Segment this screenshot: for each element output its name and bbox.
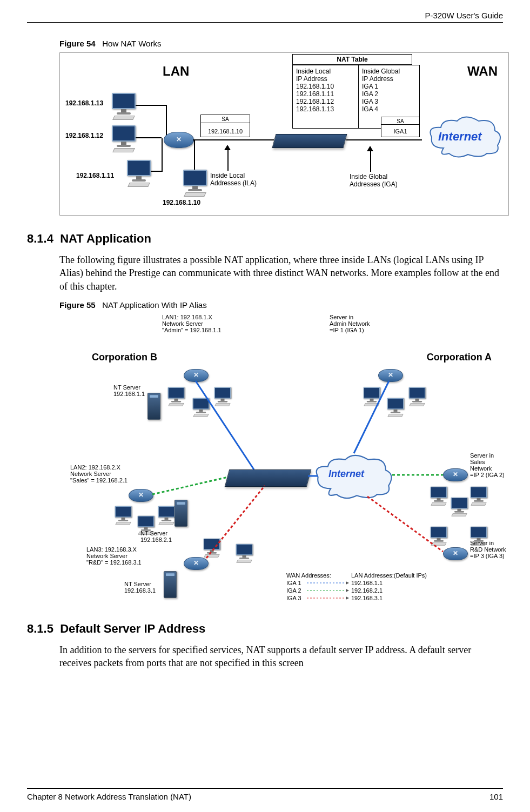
nat-global-ip-0: IGA 1 <box>362 83 416 90</box>
iga-2: IGA 3 <box>286 595 301 601</box>
pc-ip-0: 192.168.1.13 <box>65 99 103 107</box>
lan-pc-icon <box>236 544 253 559</box>
section-814-heading: 8.1.4 NAT Application <box>27 232 503 246</box>
wan-pc-icon <box>431 527 447 541</box>
lan-pc-icon <box>127 160 151 180</box>
lan-pc-icon <box>214 387 231 402</box>
lan-pc-icon <box>204 539 220 553</box>
envelope-addr: IGA1 <box>381 128 419 135</box>
pc-ip-2: 192.168.1.11 <box>76 172 114 179</box>
corp-b-label: Corporation B <box>92 352 157 363</box>
router-icon <box>129 489 153 502</box>
section-814-paragraph: The following figure illustrates a possi… <box>59 253 503 293</box>
nat-table-local-col: Inside Local IP Address 192.168.1.10 192… <box>292 65 359 129</box>
lan1-label: LAN1: 192.168.1.X Network Server "Admin"… <box>162 314 222 333</box>
envelope-addr: 192.168.1.10 <box>201 128 250 135</box>
server-tower-icon <box>147 393 160 420</box>
footer-rule <box>27 788 503 789</box>
lan-label: LAN <box>163 64 189 79</box>
wan-label: WAN <box>467 64 498 79</box>
srv-rd-label: Server in R&D Network =IP 3 (IGA 3) <box>470 540 506 559</box>
lan-pc-icon <box>193 398 210 413</box>
nt-server-2-label: NT Server 192.168.2.1 <box>140 530 172 543</box>
lan-pc-icon <box>112 93 136 113</box>
nat-global-ip-1: IGA 2 <box>362 90 416 98</box>
footer-page-number: 101 <box>489 792 503 801</box>
figure55-caption-text: NAT Application With IP Alias <box>102 300 206 310</box>
lan3-label: LAN3: 192.168.3.X Network Server "R&D" =… <box>86 546 142 566</box>
central-switch-icon <box>225 469 312 487</box>
srv-admin-label: Server in Admin Network =IP 1 (IGA 1) <box>330 314 370 333</box>
server-tower-icon <box>164 571 177 598</box>
nt-server-3-label: NT Server 192.168.3.1 <box>124 581 156 594</box>
nat-table-title: NAT Table <box>292 54 412 65</box>
nat-global-header: Inside Global IP Address <box>362 68 416 83</box>
srv-sales-label: Server in Sales Network =IP 2 (IGA 2) <box>470 452 508 478</box>
section-815-paragraph: In addition to the servers for specified… <box>59 643 503 670</box>
nat-global-ip-3: IGA 4 <box>362 105 416 113</box>
router-icon <box>443 547 468 560</box>
net-line <box>136 137 162 138</box>
wan-pc-icon <box>471 527 487 541</box>
figure55-caption: Figure 55 NAT Application With IP Alias <box>59 300 503 310</box>
wan-pc-icon <box>387 398 404 413</box>
footer-chapter: Chapter 8 Network Address Translation (N… <box>27 792 191 801</box>
router-icon <box>164 132 194 148</box>
ila-label: Inside Local Addresses (ILA) <box>210 172 257 187</box>
lan-default-0: 192.168.1.1 <box>351 580 383 586</box>
figure55-diagram: Corporation B Corporation A LAN1: 192.16… <box>59 314 508 606</box>
switch-icon <box>272 134 347 148</box>
wan-pc-icon <box>431 487 447 501</box>
nat-local-header: Inside Local IP Address <box>296 68 355 83</box>
lan-pc-icon <box>138 516 155 531</box>
envelope-sa: SA <box>381 118 419 124</box>
net-line <box>151 171 162 172</box>
arrowhead-icon <box>367 146 373 151</box>
nat-local-ip-1: 192.168.1.11 <box>296 90 355 98</box>
nt-server-1-label: NT Server 192.168.1.1 <box>113 384 145 397</box>
internet-label: Internet <box>328 468 364 480</box>
lan-pc-icon <box>168 387 185 402</box>
figure54-diagram: LAN WAN NAT Table Inside Local IP Addres… <box>59 52 509 216</box>
wan-addr-title: WAN Addresses: <box>286 572 331 579</box>
lan-default-2: 192.168.3.1 <box>351 595 383 601</box>
figure54-caption-label: Figure 54 <box>59 39 96 48</box>
header-rule <box>27 22 503 23</box>
figure55-caption-label: Figure 55 <box>59 300 96 310</box>
router-icon <box>378 369 403 382</box>
pc-ip-3: 192.168.1.10 <box>163 199 200 206</box>
section-814-title: NAT Application <box>60 232 151 245</box>
arrowhead-icon <box>224 145 231 150</box>
iga-0: IGA 1 <box>286 580 301 586</box>
packet-envelope-left: SA 192.168.1.10 <box>200 115 250 137</box>
net-line <box>136 105 166 106</box>
lan-addr-title: LAN Addresses:(Default IPs) <box>351 572 427 579</box>
iga-1: IGA 2 <box>286 587 301 594</box>
lan-pc-icon <box>183 170 207 190</box>
nat-local-ip-2: 192.168.1.12 <box>296 98 355 105</box>
wan-pc-icon <box>409 387 426 402</box>
wan-pc-icon <box>471 487 487 501</box>
packet-envelope-right: SA IGA1 <box>381 117 420 137</box>
corp-a-label: Corporation A <box>427 352 492 363</box>
net-line <box>193 139 274 140</box>
lan-pc-icon <box>158 506 175 521</box>
lan-default-1: 192.168.2.1 <box>351 587 383 594</box>
net-line <box>162 138 163 172</box>
pc-ip-1: 192.168.1.12 <box>65 132 103 139</box>
svg-line-3 <box>152 477 228 494</box>
nat-local-ip-0: 192.168.1.10 <box>296 83 355 90</box>
router-icon <box>184 557 209 570</box>
figure54-caption-text: How NAT Works <box>102 39 161 48</box>
router-icon <box>184 369 209 382</box>
wan-pc-icon <box>364 387 380 402</box>
net-line <box>194 140 195 170</box>
iga-label: Inside Global Addresses (IGA) <box>350 173 398 188</box>
header-guide-title: P-320W User's Guide <box>27 11 503 22</box>
server-tower-icon <box>175 500 187 527</box>
internet-label: Internet <box>438 130 482 144</box>
router-icon <box>443 468 468 481</box>
lan-pc-icon <box>115 506 132 521</box>
section-815-number: 8.1.5 <box>27 622 53 635</box>
nat-global-ip-2: IGA 3 <box>362 98 416 105</box>
